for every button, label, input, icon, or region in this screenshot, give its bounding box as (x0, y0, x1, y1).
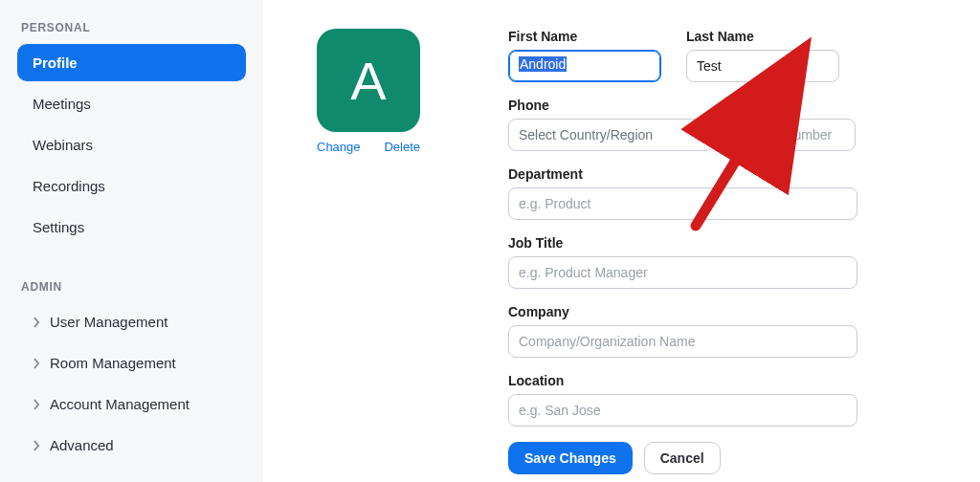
location-field: Location (508, 373, 858, 427)
chevron-right-icon (33, 317, 40, 328)
job-title-label: Job Title (508, 235, 858, 251)
country-region-select[interactable]: Select Country/Region (508, 119, 714, 151)
phone-block: Phone Select Country/Region (508, 98, 961, 151)
sidebar-item-label: Meetings (33, 96, 91, 112)
avatar-actions: Change Delete (317, 140, 420, 154)
department-input[interactable] (508, 187, 858, 220)
phone-number-input[interactable] (731, 119, 856, 151)
first-name-value: Android (519, 56, 567, 72)
admin-section-title: ADMIN (21, 280, 236, 294)
sidebar-item-advanced[interactable]: Advanced (17, 427, 246, 464)
sidebar-item-recordings[interactable]: Recordings (17, 167, 246, 205)
avatar[interactable]: A (317, 29, 420, 132)
sidebar-item-label: User Management (50, 314, 167, 330)
first-name-input[interactable]: Android (508, 50, 661, 82)
sidebar-item-label: Recordings (33, 178, 105, 194)
first-name-label: First Name (508, 29, 661, 44)
change-avatar-link[interactable]: Change (317, 140, 361, 154)
sidebar-item-label: Settings (33, 219, 84, 235)
cancel-button[interactable]: Cancel (644, 442, 721, 474)
chevron-right-icon (33, 440, 40, 451)
sidebar-item-user-management[interactable]: User Management (17, 303, 246, 340)
company-input[interactable] (508, 325, 858, 358)
avatar-initial: A (350, 50, 386, 112)
save-changes-button[interactable]: Save Changes (508, 442, 633, 474)
avatar-column: A Change Delete (317, 29, 508, 474)
chevron-down-icon (692, 127, 703, 142)
chevron-right-icon (33, 399, 40, 410)
profile-form: First Name Android Last Name Phone (508, 29, 961, 474)
sidebar-item-room-management[interactable]: Room Management (17, 344, 246, 382)
chevron-right-icon (33, 358, 40, 369)
last-name-field: Last Name (686, 29, 839, 82)
sidebar-item-profile[interactable]: Profile (17, 44, 246, 81)
location-label: Location (508, 373, 858, 388)
location-input[interactable] (508, 394, 858, 427)
last-name-input[interactable] (686, 50, 839, 82)
phone-label: Phone (508, 98, 961, 113)
sidebar: PERSONAL Profile Meetings Webinars Recor… (0, 0, 263, 482)
sidebar-item-label: Advanced (50, 437, 114, 453)
sidebar-item-webinars[interactable]: Webinars (17, 126, 246, 164)
last-name-label: Last Name (686, 29, 839, 44)
job-title-field: Job Title (508, 235, 858, 289)
sidebar-item-meetings[interactable]: Meetings (17, 85, 246, 122)
sidebar-item-account-management[interactable]: Account Management (17, 385, 246, 423)
sidebar-item-settings[interactable]: Settings (17, 208, 246, 246)
form-actions: Save Changes Cancel (508, 442, 961, 474)
main-content: A Change Delete First Name Android (263, 0, 980, 482)
personal-section-title: PERSONAL (21, 21, 236, 34)
department-label: Department (508, 166, 858, 182)
sidebar-item-label: Profile (33, 55, 78, 71)
select-placeholder: Select Country/Region (519, 127, 692, 142)
job-title-input[interactable] (508, 256, 858, 289)
company-field: Company (508, 304, 858, 358)
sidebar-item-label: Webinars (33, 137, 93, 153)
sidebar-item-label: Account Management (50, 396, 189, 412)
delete-avatar-link[interactable]: Delete (384, 140, 420, 154)
sidebar-item-label: Room Management (50, 355, 176, 371)
first-name-field: First Name Android (508, 29, 661, 82)
company-label: Company (508, 304, 858, 319)
department-field: Department (508, 166, 858, 220)
